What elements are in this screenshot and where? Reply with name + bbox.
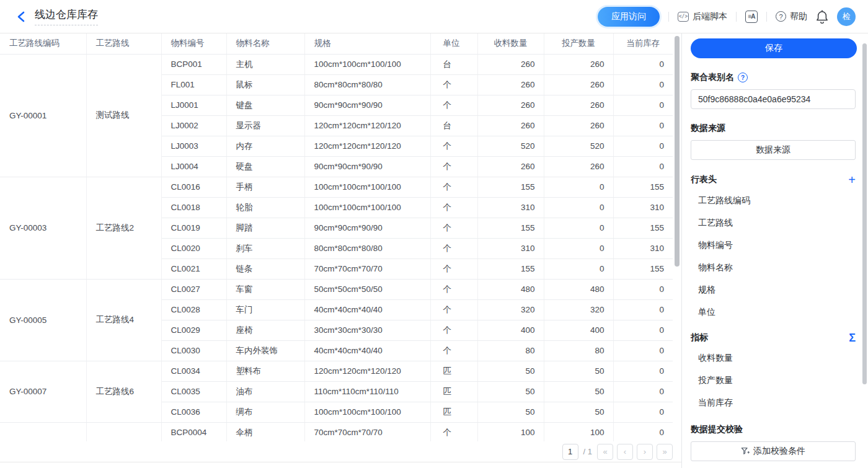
cell: 260 [544, 95, 613, 115]
row-header-item[interactable]: 物料编号 [691, 234, 856, 257]
pivot-table-panel: 工艺路线编码 工艺路线 物料编号 物料名称 规格 单位 收料数量 投产数量 当前… [0, 33, 682, 468]
metric-item[interactable]: 当前库存 [691, 392, 856, 414]
cell: 个 [430, 197, 477, 218]
inventory-table: 工艺路线编码 工艺路线 物料编号 物料名称 规格 单位 收料数量 投产数量 当前… [0, 33, 673, 441]
cell: 260 [544, 115, 613, 136]
save-button[interactable]: 保存 [691, 38, 857, 58]
cell: 100cm*100cm*100/100 [304, 177, 430, 197]
cell: 键盘 [226, 95, 304, 115]
row-headers-section-label: 行表头 + [691, 174, 856, 186]
cell: CL0030 [161, 340, 226, 361]
sidebar-vertical-scrollbar[interactable] [862, 43, 867, 384]
row-header-list: 工艺路线编码 工艺路线 物料编号 物料名称 规格 单位 [691, 190, 856, 324]
cell: 155 [477, 258, 544, 279]
cell: 伞柄 [226, 422, 304, 441]
row-header-item[interactable]: 规格 [691, 279, 856, 301]
col-header: 物料名称 [226, 33, 304, 54]
cell: 155 [613, 258, 673, 279]
first-page-button[interactable]: « [597, 444, 613, 460]
cell: 0 [613, 422, 673, 441]
table-row: GY-00003 工艺路线2 CL0016 手柄 100cm*100cm*100… [0, 177, 673, 197]
cell: 车内外装饰 [226, 340, 304, 361]
cell: 320 [477, 299, 544, 320]
table-vertical-scrollbar[interactable] [675, 36, 680, 267]
cell: 155 [477, 218, 544, 238]
cell: 0 [613, 136, 673, 156]
cell: CL0019 [161, 218, 226, 238]
help-button[interactable]: ? 帮助 [776, 11, 807, 22]
next-page-button[interactable]: › [637, 444, 653, 460]
datasource-button[interactable]: 数据来源 [691, 140, 856, 160]
table-row: GY-00005 工艺路线4 CL0027 车窗 50cm*50cm*50/50… [0, 279, 673, 299]
metric-item[interactable]: 收料数量 [691, 347, 856, 369]
cell: 塑料布 [226, 361, 304, 381]
row-header-item[interactable]: 工艺路线编码 [691, 190, 856, 212]
route-name-cell: 测试路线 [86, 54, 161, 177]
cell: 520 [477, 136, 544, 156]
chevron-left-icon [17, 11, 25, 22]
cell: 40cm*40cm*40/40 [304, 340, 430, 361]
cell: 个 [430, 299, 477, 320]
row-header-item[interactable]: 物料名称 [691, 257, 856, 279]
cell: BCP001 [161, 54, 226, 74]
cell: 400 [544, 320, 613, 340]
col-header: 规格 [304, 33, 430, 54]
translate-icon[interactable]: ≡A [745, 11, 758, 23]
cell: 80cm*80cm*80/80 [304, 238, 430, 258]
backend-script-button[interactable]: </> 后端脚本 [678, 11, 727, 22]
last-page-button[interactable]: » [657, 444, 673, 460]
cell: 480 [477, 279, 544, 299]
cell: 155 [613, 177, 673, 197]
add-validation-label: 添加校验条件 [753, 446, 805, 457]
cell: 0 [544, 197, 613, 218]
back-button[interactable] [14, 9, 29, 24]
cell: 车门 [226, 299, 304, 320]
alias-help-icon[interactable]: ? [738, 73, 748, 82]
cell: 320 [544, 299, 613, 320]
table-scroll-area: 工艺路线编码 工艺路线 物料编号 物料名称 规格 单位 收料数量 投产数量 当前… [0, 33, 673, 441]
datasource-label-text: 数据来源 [691, 123, 725, 134]
route-code-cell: GY-00001 [0, 54, 86, 177]
col-header: 物料编号 [161, 33, 226, 54]
page-number-input[interactable]: 1 [562, 444, 578, 460]
page-title[interactable]: 线边仓库库存 [35, 7, 98, 25]
filter-plus-icon [741, 447, 750, 456]
cell: CL0018 [161, 197, 226, 218]
cell: LJ0003 [161, 136, 226, 156]
cell: 个 [430, 279, 477, 299]
cell: 0 [613, 95, 673, 115]
route-code-cell: GY-00003 [0, 177, 86, 279]
cell: 台 [430, 54, 477, 74]
table-row: BCP0004 伞柄 70cm*70cm*70/70 个 100 100 0 [0, 422, 673, 441]
cell: 0 [613, 279, 673, 299]
app-access-button[interactable]: 应用访问 [598, 7, 660, 27]
route-name-cell: 工艺路线6 [86, 361, 161, 422]
cell: 50 [477, 381, 544, 402]
prev-page-button[interactable]: ‹ [617, 444, 633, 460]
cell: 50 [544, 402, 613, 422]
alias-input[interactable] [691, 89, 856, 109]
pagination: 1 / 1 « ‹ › » [0, 441, 681, 462]
metric-item[interactable]: 投产数量 [691, 369, 856, 392]
cell: 0 [613, 54, 673, 74]
route-name-cell: 工艺路线4 [86, 279, 161, 361]
row-header-item[interactable]: 单位 [691, 301, 856, 324]
row-headers-label-text: 行表头 [691, 174, 717, 185]
avatar[interactable]: 检 [837, 7, 856, 26]
sigma-aggregate-icon[interactable]: Σ [849, 332, 856, 343]
notification-bell-icon[interactable] [816, 10, 828, 24]
row-header-item[interactable]: 工艺路线 [691, 212, 856, 234]
cell: 0 [613, 74, 673, 95]
cell: 主机 [226, 54, 304, 74]
cell: 硬盘 [226, 156, 304, 177]
add-validation-button[interactable]: 添加校验条件 [691, 441, 856, 461]
cell: 0 [613, 381, 673, 402]
cell: 90cm*90cm*90/90 [304, 95, 430, 115]
cell: 个 [430, 422, 477, 441]
cell: 0 [613, 340, 673, 361]
alias-label-text: 聚合表别名 [691, 72, 734, 83]
cell: 310 [613, 197, 673, 218]
page-total: / 1 [583, 447, 592, 456]
cell: 70cm*70cm*70/70 [304, 258, 430, 279]
add-row-header-icon[interactable]: + [848, 174, 856, 186]
